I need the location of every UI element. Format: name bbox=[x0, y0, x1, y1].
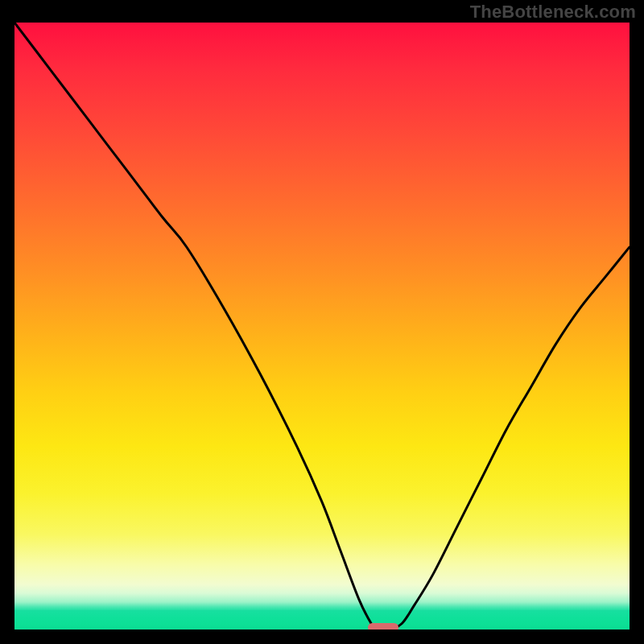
chart-frame: TheBottleneck.com bbox=[0, 0, 644, 644]
optimal-zone-marker bbox=[368, 623, 398, 630]
watermark-text: TheBottleneck.com bbox=[470, 2, 636, 23]
bottleneck-curve bbox=[14, 23, 630, 630]
curve-layer bbox=[14, 23, 630, 630]
plot-area bbox=[14, 23, 630, 630]
